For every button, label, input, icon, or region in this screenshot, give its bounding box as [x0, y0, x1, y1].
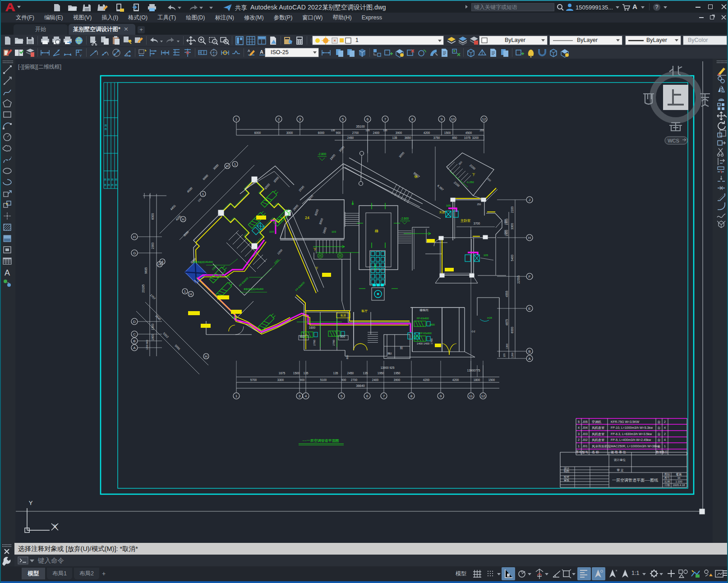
svg-text:3900: 3900 — [396, 131, 402, 134]
svg-text:楼梯间: 楼梯间 — [419, 308, 429, 312]
svg-text:审 定: 审 定 — [617, 468, 624, 472]
svg-text:2640: 2640 — [155, 314, 161, 321]
svg-text:6000: 6000 — [151, 213, 154, 220]
svg-text:6000: 6000 — [202, 174, 209, 180]
svg-text:田: 田 — [111, 178, 114, 181]
svg-text:接新风机组140x600: 接新风机组140x600 — [193, 261, 213, 263]
svg-text:2400: 2400 — [373, 131, 380, 134]
svg-text:2700: 2700 — [352, 131, 359, 134]
svg-text:~~一层空调管道平面图: ~~一层空调管道平面图 — [302, 439, 339, 443]
svg-text:1400 1400: 1400 1400 — [417, 342, 430, 345]
svg-text:图号: 图号 — [664, 477, 670, 480]
svg-text:4: 4 — [664, 426, 666, 429]
svg-text:8200: 8200 — [314, 209, 319, 216]
svg-text:日期: 日期 — [664, 484, 670, 487]
svg-text:校对: 校对 — [563, 476, 569, 478]
svg-text:1500: 1500 — [504, 230, 507, 235]
svg-text:1950: 1950 — [394, 372, 401, 375]
svg-text:H: H — [528, 236, 531, 240]
svg-text:900: 900 — [336, 131, 341, 134]
svg-text:B: B — [528, 349, 530, 353]
svg-text:风机盘管: 风机盘管 — [592, 426, 604, 430]
svg-text:3300: 3300 — [277, 378, 284, 381]
svg-text:2700: 2700 — [332, 340, 335, 346]
svg-text:6000: 6000 — [264, 183, 271, 190]
svg-text:900: 900 — [341, 378, 346, 381]
svg-text:900: 900 — [300, 378, 305, 381]
svg-text:2: 2 — [278, 117, 280, 121]
svg-text:1675: 1675 — [279, 372, 286, 375]
svg-text:12: 12 — [482, 117, 486, 121]
svg-text:3000: 3000 — [286, 131, 293, 134]
svg-text:250: 250 — [458, 161, 463, 165]
svg-text:6.397: 6.397 — [437, 184, 444, 191]
svg-text:C: C — [133, 332, 136, 336]
svg-text:台: 台 — [658, 438, 661, 442]
svg-text:小2: 小2 — [471, 330, 475, 333]
svg-text:105: 105 — [446, 204, 451, 207]
svg-text:田: 田 — [105, 128, 107, 130]
svg-text:MAC250R, L=10000m3/h W=38kw: MAC250R, L=10000m3/h W=38kw — [611, 445, 660, 448]
svg-text:H: H — [158, 262, 161, 266]
svg-text:5312: 5312 — [162, 332, 169, 339]
svg-text:4: 4 — [578, 426, 580, 429]
svg-text:J04: J04 — [582, 426, 587, 429]
svg-text:客厅: 客厅 — [361, 309, 368, 312]
svg-text:田: 田 — [111, 184, 114, 186]
svg-text:2030: 2030 — [298, 185, 305, 192]
svg-text:36640: 36640 — [356, 384, 365, 387]
svg-text:J03: J03 — [582, 432, 587, 436]
svg-text:A: A — [133, 346, 136, 350]
svg-text:2700: 2700 — [313, 340, 316, 346]
svg-text:2: 2 — [664, 420, 666, 423]
svg-text:2005.4.18: 2005.4.18 — [673, 484, 685, 487]
svg-text:台: 台 — [658, 445, 661, 448]
svg-text:9: 9 — [441, 117, 443, 121]
svg-text:135: 135 — [503, 353, 506, 358]
svg-text:G: G — [133, 251, 136, 255]
svg-text:6000: 6000 — [254, 131, 261, 134]
svg-text:2250: 2250 — [273, 259, 279, 265]
svg-text:4200: 4200 — [452, 378, 459, 381]
svg-text:FP-6.3, L=630m3/h W=3.5kw: FP-6.3, L=630m3/h W=3.5kw — [611, 432, 652, 436]
svg-text:135: 135 — [392, 136, 397, 139]
svg-text:1: 1 — [235, 117, 238, 121]
svg-text:1800: 1800 — [474, 378, 480, 381]
svg-text:物: 物 — [415, 175, 418, 179]
svg-text:135: 135 — [365, 129, 369, 132]
svg-text:104: 104 — [225, 275, 230, 278]
svg-text:5100: 5100 — [320, 378, 327, 381]
svg-text:田: 田 — [115, 178, 117, 181]
svg-text:阳: 阳 — [400, 347, 403, 350]
svg-text:田: 田 — [104, 184, 106, 186]
svg-text:4: 4 — [664, 438, 666, 441]
svg-text:4455: 4455 — [170, 204, 176, 211]
svg-text:FP-10, L=1000m3/h W=5.3kw: FP-10, L=1000m3/h W=5.3kw — [611, 426, 653, 429]
svg-text:105: 105 — [484, 254, 488, 257]
svg-text:FP-63x600: FP-63x600 — [295, 281, 305, 291]
svg-text:5091: 5091 — [174, 344, 181, 351]
svg-text:2450: 2450 — [347, 372, 354, 375]
svg-text:5: 5 — [341, 394, 343, 398]
svg-text:D: D — [133, 320, 136, 324]
svg-text:22555: 22555 — [517, 275, 520, 284]
svg-text:台: 台 — [658, 426, 661, 430]
svg-text:4875: 4875 — [505, 319, 508, 326]
svg-text:比例: 比例 — [664, 480, 670, 483]
svg-text:主卧室: 主卧室 — [461, 219, 471, 223]
svg-text:1200: 1200 — [511, 353, 514, 358]
svg-text:台: 台 — [658, 432, 661, 436]
svg-text:6000: 6000 — [511, 326, 514, 333]
svg-text:设计: 设计 — [564, 467, 569, 470]
svg-text:2100: 2100 — [453, 181, 461, 188]
svg-text:135: 135 — [331, 129, 335, 132]
svg-text:1500: 1500 — [488, 378, 495, 381]
svg-text:1500: 1500 — [293, 372, 300, 375]
svg-text:2300: 2300 — [151, 242, 154, 249]
svg-text:2250: 2250 — [277, 248, 283, 255]
svg-text:10: 10 — [451, 117, 455, 121]
svg-text:J02: J02 — [582, 438, 587, 441]
svg-text:A: A — [528, 357, 531, 361]
svg-text:1500: 1500 — [151, 323, 154, 330]
svg-text:F: F — [529, 275, 531, 279]
